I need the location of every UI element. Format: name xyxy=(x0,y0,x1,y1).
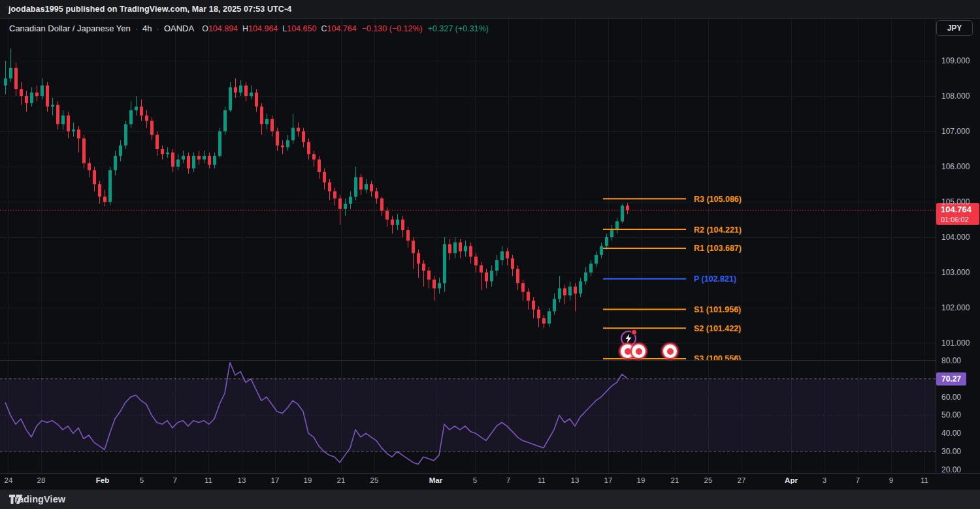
candle-body xyxy=(448,244,451,254)
candle-body xyxy=(365,184,368,189)
candle-body xyxy=(150,121,154,135)
candle-body xyxy=(338,199,342,209)
candle-body xyxy=(333,191,336,199)
candle-body xyxy=(223,110,227,131)
pane-separator[interactable] xyxy=(0,360,936,361)
candle-body xyxy=(14,68,18,89)
ohlc-item: L104.650 xyxy=(282,24,316,33)
exchange-label[interactable]: OANDA xyxy=(164,24,194,33)
event-marker-icon[interactable] xyxy=(630,343,647,359)
tradingview-logo-icon[interactable] xyxy=(9,494,23,504)
candle-body xyxy=(171,152,174,167)
pivot-label-p: P (102.821) xyxy=(694,274,736,284)
rsi-scale-label: 80.00 xyxy=(941,355,961,366)
candle-body xyxy=(579,282,582,294)
candle-body xyxy=(485,272,488,282)
symbol-legend: Canadian Dollar / Japanese Yen · 4h · OA… xyxy=(9,24,489,33)
rsi-scale-label: 30.00 xyxy=(941,446,961,457)
time-axis-label: 3 xyxy=(823,476,826,484)
time-axis-label: 25 xyxy=(704,476,713,484)
candle-body xyxy=(532,301,535,310)
chart-widget[interactable]: R3 (105.086)R2 (104.221)R1 (103.687)P (1… xyxy=(0,18,980,489)
candle-body xyxy=(521,283,525,292)
candle-body xyxy=(396,220,399,225)
ohlc-item: O104.894 xyxy=(202,24,238,33)
event-marker-icon[interactable] xyxy=(662,343,678,359)
candle-body xyxy=(495,260,498,271)
candle-body xyxy=(98,184,101,197)
time-axis-label: 27 xyxy=(738,476,746,484)
price-scale-label: 101.000 xyxy=(941,338,970,348)
time-axis-label: 17 xyxy=(271,476,280,484)
candle-body xyxy=(265,119,269,124)
candle-body xyxy=(359,177,363,189)
ohlc-item: H104.964 xyxy=(242,24,278,33)
time-axis-label: 11 xyxy=(204,476,212,484)
candle-body xyxy=(25,96,28,103)
candle-body xyxy=(213,156,216,165)
ohlc-values: O104.894H104.964L104.650C104.764 xyxy=(202,24,357,33)
price-scale[interactable]: 104.764 01:06:02 70.27 109.000108.000107… xyxy=(936,19,980,473)
time-axis-month-label: Apr xyxy=(785,476,798,484)
candle-body xyxy=(166,152,169,154)
price-scale-label: 103.000 xyxy=(941,267,970,278)
candle-body xyxy=(270,119,274,131)
tradingview-snapshot: joodabas1995 published on TradingView.co… xyxy=(0,0,980,509)
candle-body xyxy=(490,271,493,281)
candle-body xyxy=(574,287,577,294)
interval-label[interactable]: 4h xyxy=(142,24,152,33)
published-bar: joodabas1995 published on TradingView.co… xyxy=(0,0,980,18)
candle-body xyxy=(558,288,561,299)
legend-separator: · xyxy=(135,24,139,33)
candle-body xyxy=(370,184,373,191)
time-axis[interactable]: 2428Feb57111317192125Mar5711131719212527… xyxy=(0,474,980,489)
candle-body xyxy=(621,206,624,222)
candle-body xyxy=(459,242,462,252)
candle-body xyxy=(385,211,389,220)
candle-body xyxy=(155,135,159,149)
candle-body xyxy=(443,244,446,283)
candle-body xyxy=(406,230,410,240)
candle-body xyxy=(500,252,504,261)
candle-body xyxy=(197,156,201,159)
time-axis-label: 28 xyxy=(37,476,46,484)
time-axis-label: 21 xyxy=(671,476,679,484)
time-axis-label: 11 xyxy=(921,476,928,484)
pivot-label-s2: S2 (101.422) xyxy=(694,324,741,333)
candle-body xyxy=(88,163,91,171)
candle-body xyxy=(417,253,420,263)
candles-group xyxy=(4,48,629,328)
pivot-label-s3: S3 (100.556) xyxy=(694,354,741,360)
candle-body xyxy=(119,146,122,156)
time-axis-label: 19 xyxy=(637,476,645,484)
price-scale-label: 102.000 xyxy=(941,303,970,313)
candle-body xyxy=(30,93,33,103)
rsi-pane[interactable] xyxy=(0,361,936,473)
candle-body xyxy=(61,116,65,125)
candle-body xyxy=(527,292,530,301)
price-scale-label: 108.000 xyxy=(941,91,970,101)
candle-body xyxy=(218,131,221,156)
candle-body xyxy=(129,110,133,125)
candle-body xyxy=(192,156,195,169)
change-secondary-value: +0.327 (+0.31%) xyxy=(428,24,489,33)
candle-body xyxy=(464,246,467,252)
change-value: −0.130 (−0.12%) xyxy=(362,24,423,33)
candle-body xyxy=(318,159,321,172)
candle-body xyxy=(182,156,185,159)
legend-separator: · xyxy=(156,24,160,33)
rsi-scale-label: 60.00 xyxy=(941,392,961,402)
candle-body xyxy=(108,170,112,202)
candle-body xyxy=(114,156,117,171)
candle-body xyxy=(93,170,96,184)
candle-body xyxy=(302,131,305,142)
price-scale-label: 107.000 xyxy=(941,126,970,137)
pivot-label-s1: S1 (101.956) xyxy=(694,305,741,314)
candle-body xyxy=(474,257,478,266)
candle-body xyxy=(77,129,80,139)
price-pane[interactable]: R3 (105.086)R2 (104.221)R1 (103.687)P (1… xyxy=(0,19,936,360)
symbol-title[interactable]: Canadian Dollar / Japanese Yen xyxy=(9,24,131,33)
price-scale-label: 104.000 xyxy=(941,232,970,242)
candle-body xyxy=(82,139,86,163)
footer-brand-bar: TradingView xyxy=(0,489,980,509)
